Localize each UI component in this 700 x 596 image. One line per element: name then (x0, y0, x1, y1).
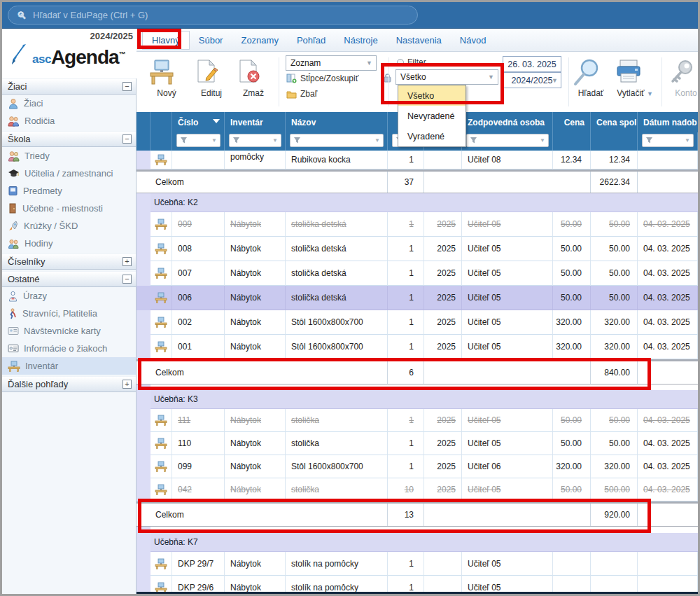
column-header-cena[interactable]: Cena (553, 112, 591, 132)
cell-rok: 2025 (424, 310, 462, 335)
inventory-row[interactable]: 006Nábytokstolička detská12025Učiteľ 055… (136, 286, 698, 310)
account-button[interactable]: Konto (667, 55, 700, 99)
sidebar-item-hodiny[interactable]: Hodiny (2, 235, 136, 252)
group-total-row: Celkom372622.34 (136, 169, 698, 193)
cell-inventar: Nábytok (225, 409, 286, 432)
filter-dropdown-panel: VšetkoNevyradenéVyradené (398, 85, 466, 147)
filter-option-vyraden-[interactable]: Vyradené (398, 126, 465, 146)
menu-item-nastavenia[interactable]: Nastavenia (387, 32, 451, 49)
search-placeholder: Hľadať v EduPage (Ctrl + G) (33, 10, 148, 20)
inventory-row[interactable]: 001NábytokStôl 1600x800x70012025Učiteľ 0… (136, 335, 698, 359)
expand-icon[interactable]: + (122, 257, 132, 266)
menu-item-návod[interactable]: Návod (451, 32, 496, 49)
inventory-row[interactable]: Učebné pomôckyRubikova kocka1Učiteľ 0812… (136, 151, 698, 169)
inventory-row[interactable]: 002NábytokStôl 1600x800x70012025Učiteľ 0… (136, 310, 698, 335)
delete-page-icon (234, 55, 272, 86)
sidebar-section-žiaci[interactable]: Žiaci− (2, 78, 136, 95)
filter-combo-osoba[interactable]: ▼ (466, 134, 549, 147)
sidebar-item-kr-ky-kd[interactable]: Krúžky / ŠKD (2, 217, 136, 235)
sidebar-item-rodi-ia[interactable]: Rodičia (2, 112, 136, 130)
cell-pocet: 1 (388, 212, 424, 237)
search-button[interactable]: Hľadať (572, 55, 610, 99)
inventory-row[interactable]: 099NábytokStôl 1600x800x70012025Učiteľ 0… (136, 455, 698, 478)
sidebar-item-predmety[interactable]: Predmety (2, 182, 136, 200)
sidebar-section-škola[interactable]: Škola− (2, 131, 136, 147)
edit-button[interactable]: Edituj (192, 55, 230, 99)
cell-rok (424, 552, 462, 576)
column-header-inventar[interactable]: Inventár (225, 112, 286, 132)
collapse-button[interactable]: Zbaľ (286, 89, 317, 99)
expand-icon[interactable]: + (122, 380, 132, 389)
filter-combo-inventar[interactable]: ▼ (229, 134, 281, 147)
collapse-icon[interactable]: − (122, 275, 132, 284)
sidebar-item--razy[interactable]: Úrazy (2, 287, 136, 305)
column-header-spolu[interactable]: Cena spol (591, 112, 638, 132)
filter-option-v-etko[interactable]: Všetko (398, 85, 465, 106)
cell-nazov: stolička detská (286, 237, 388, 261)
top-bar: 🔍︎ Hľadať v EduPage (Ctrl + G) (2, 2, 698, 29)
lock-icon[interactable] (383, 73, 392, 83)
filter-combo-cislo[interactable]: ▼ (176, 134, 220, 147)
cell-cislo: 110 (172, 432, 225, 455)
chevron-down-icon: ▼ (552, 77, 558, 84)
cell-spolu: 50.00 (591, 212, 638, 237)
cell-osoba: Učiteľ 05 (462, 261, 553, 286)
group-header-label: Učebňa: K7 (154, 537, 198, 547)
menu-item-zoznamy[interactable]: Zoznamy (232, 32, 287, 49)
sidebar-item-n-v-tevn-cke-karty[interactable]: Návštevnícke karty (2, 322, 136, 340)
column-header-datum[interactable]: Dátum nadob (638, 112, 698, 132)
sidebar-item-u-ebne-miestnosti[interactable]: Učebne - miestnosti (2, 200, 136, 217)
desk-icon (150, 335, 172, 359)
sidebar-item-inform-cie-o-iakoch[interactable]: Informácie o žiakoch (2, 340, 136, 357)
filter-option-nevyraden-[interactable]: Nevyradené (398, 106, 465, 126)
inventory-row[interactable]: 110Nábytokstolička12025Učiteľ 0550.0050.… (136, 432, 698, 455)
cell-datum: 04. 03. 2025 (638, 432, 698, 455)
cell-datum: 04. 03. 2025 (638, 478, 698, 501)
sidebar-section-číselníky[interactable]: Číselníky+ (2, 254, 136, 270)
column-header-cislo[interactable]: Číslo (172, 112, 225, 132)
sidebar-item-invent-r[interactable]: Inventár (2, 357, 136, 375)
view-select[interactable]: Zoznam ▼ (286, 55, 377, 71)
columns-group-button[interactable]: Stĺpce/Zoskupiť (286, 74, 358, 83)
column-header-nazov[interactable]: Názov (286, 112, 388, 132)
filter-select[interactable]: Všetko ▼ (396, 69, 498, 85)
inventory-row[interactable]: 042Nábytokstolička102025Učiteľ 0550.0050… (136, 478, 698, 501)
inventory-row[interactable]: 009Nábytokstolička detská12025Učiteľ 055… (136, 212, 698, 237)
search-icon: 🔍︎ (17, 10, 27, 21)
sidebar-item-u-itelia-zamestnanci[interactable]: Učitelia / zamestnanci (2, 165, 136, 182)
inventory-row[interactable]: 008Nábytokstolička detská12025Učiteľ 055… (136, 237, 698, 261)
sidebar-item-triedy[interactable]: Triedy (2, 147, 136, 165)
menu-item-pohľad[interactable]: Pohľad (288, 32, 335, 49)
filter-combo-datum[interactable]: ▼ (642, 134, 694, 147)
collapse-icon[interactable]: − (122, 134, 132, 144)
collapse-icon[interactable]: − (122, 82, 132, 91)
logo-tm: ™ (119, 50, 126, 58)
new-button[interactable]: Nový (148, 55, 186, 99)
edupage-search-input[interactable]: 🔍︎ Hľadať v EduPage (Ctrl + G) (8, 6, 418, 25)
print-button[interactable]: Vytlačiť ▼ (614, 55, 656, 99)
sidebar-section-ďalšie pohľady[interactable]: Ďalšie pohľady+ (2, 376, 136, 392)
cell-datum (638, 552, 698, 576)
inventory-row[interactable]: 111Nábytokstolička12025Učiteľ 0550.0050.… (136, 409, 698, 432)
sidebar-section-ostatné[interactable]: Ostatné− (2, 271, 136, 287)
delete-button[interactable]: Zmaž (234, 55, 272, 99)
cell-nazov: stolička (286, 432, 388, 455)
chevron-down-icon[interactable]: ▼ (647, 90, 653, 97)
school-year-select[interactable]: 2024/2025 ▼ (503, 72, 561, 88)
menu-item-nástroje[interactable]: Nástroje (335, 32, 386, 49)
menu-item-hlavný[interactable]: Hlavný (142, 31, 190, 50)
inventory-row[interactable]: 007Nábytokstolička detská12025Učiteľ 055… (136, 261, 698, 286)
date-field[interactable]: 26. 03. 2025 (503, 56, 561, 72)
cell-datum: 04. 03. 2025 (638, 261, 698, 286)
inventory-row[interactable]: DKP 29/7Nábytokstolík na pomôcky1Učiteľ … (136, 552, 698, 576)
filter-radio-icon[interactable] (397, 59, 404, 66)
cell-rok: 2025 (424, 286, 462, 310)
filter-combo-nazov[interactable]: ▼ (290, 134, 384, 147)
cell-spolu: 320.00 (591, 455, 638, 478)
column-header-osoba[interactable]: Zodpovedná osoba (462, 112, 553, 132)
menu-item-súbor[interactable]: Súbor (190, 32, 232, 49)
sidebar-item--iaci[interactable]: Žiaci (2, 95, 136, 112)
cell-cislo: 099 (172, 455, 225, 478)
sidebar-item-stravn-ci-platitelia[interactable]: Stravníci, Platitelia (2, 305, 136, 322)
group-total-row: Celkom6840.00 (136, 359, 698, 384)
